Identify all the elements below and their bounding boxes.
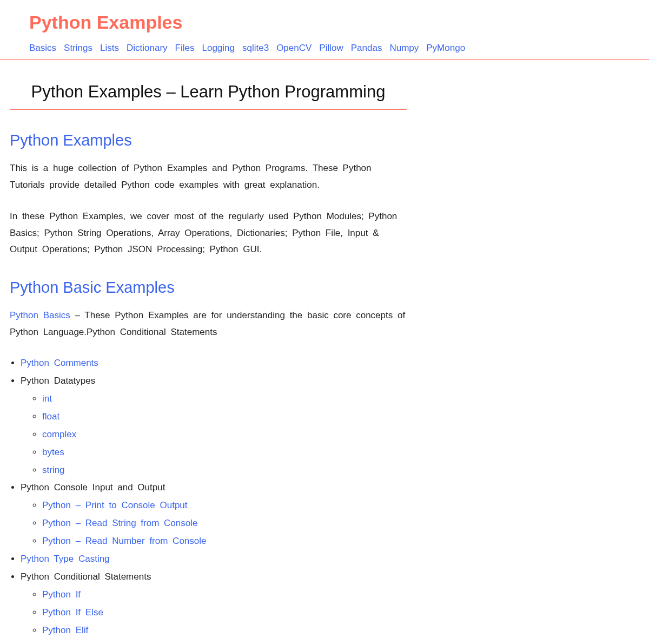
python-basics-link[interactable]: Python Basics xyxy=(10,310,70,320)
list-link[interactable]: Python Type Casting xyxy=(21,554,110,564)
header-separator xyxy=(0,59,649,60)
list-item: complex xyxy=(42,427,407,443)
list-link[interactable]: Python – Read Number from Console xyxy=(42,536,206,546)
main-content: Python Examples – Learn Python Programmi… xyxy=(0,82,416,644)
list-item: string xyxy=(42,463,407,478)
intro-paragraph-2: In these Python Examples, we cover most … xyxy=(10,208,407,258)
list-link[interactable]: Python Comments xyxy=(21,358,98,368)
nav-link-strings[interactable]: Strings xyxy=(64,43,92,54)
list-item: Python – Print to Console Output xyxy=(42,498,407,514)
list-label: Python Datatypes xyxy=(21,376,95,386)
list-item: Python Elif xyxy=(42,623,407,639)
list-item: Python Comments xyxy=(21,356,407,371)
nav-link-numpy[interactable]: Numpy xyxy=(389,43,419,54)
list-link[interactable]: Python Elif xyxy=(42,625,88,635)
basics-list: Python CommentsPython Datatypesintfloatc… xyxy=(10,356,407,644)
nav-link-pymongo[interactable]: PyMongo xyxy=(426,43,465,54)
list-link[interactable]: Python – Read String from Console xyxy=(42,518,197,528)
list-link[interactable]: Python If Else xyxy=(42,607,103,617)
nav-link-pandas[interactable]: Pandas xyxy=(351,43,382,54)
sub-list: Python IfPython If ElsePython ElifPython… xyxy=(21,587,407,644)
nav-link-basics[interactable]: Basics xyxy=(29,43,56,54)
section-heading-intro: Python Examples xyxy=(10,132,407,149)
nav-link-lists[interactable]: Lists xyxy=(100,43,119,54)
page-title-separator xyxy=(10,109,407,110)
sub-list: intfloatcomplexbytesstring xyxy=(21,391,407,478)
page-title: Python Examples – Learn Python Programmi… xyxy=(10,82,407,102)
basics-lead-paragraph: Python Basics – These Python Examples ar… xyxy=(10,307,407,340)
list-link[interactable]: string xyxy=(42,465,65,475)
list-link[interactable]: float xyxy=(42,411,59,422)
list-item: Python Conditional Statements xyxy=(21,569,407,585)
top-nav: BasicsStringsListsDictionaryFilesLogging… xyxy=(29,43,620,54)
list-item: Python Type Casting xyxy=(21,551,407,567)
nav-link-dictionary[interactable]: Dictionary xyxy=(127,43,168,54)
nav-link-logging[interactable]: Logging xyxy=(202,43,235,54)
list-item: float xyxy=(42,409,407,425)
nav-link-files[interactable]: Files xyxy=(175,43,195,54)
site-header: Python Examples BasicsStringsListsDictio… xyxy=(0,0,649,54)
list-link[interactable]: bytes xyxy=(42,447,64,457)
list-label: Python Conditional Statements xyxy=(21,571,151,582)
site-title: Python Examples xyxy=(29,12,620,33)
nav-link-sqlite3[interactable]: sqlite3 xyxy=(242,43,269,54)
list-item: Python – Read Number from Console xyxy=(42,534,407,549)
section-heading-basics: Python Basic Examples xyxy=(10,279,407,297)
list-item: Python Datatypes xyxy=(21,373,407,389)
list-item: Python If Else xyxy=(42,605,407,621)
list-link[interactable]: int xyxy=(42,393,52,404)
intro-paragraph-1: This is a huge collection of Python Exam… xyxy=(10,160,407,193)
list-link[interactable]: Python If xyxy=(42,589,81,600)
list-link[interactable]: Python – Print to Console Output xyxy=(42,500,188,510)
nav-link-opencv[interactable]: OpenCV xyxy=(276,43,312,54)
list-item: Python if and xyxy=(42,640,407,644)
list-item: Python – Read String from Console xyxy=(42,516,407,531)
list-item: Python Console Input and Output xyxy=(21,480,407,496)
list-label: Python Console Input and Output xyxy=(21,482,165,492)
list-item: bytes xyxy=(42,445,407,461)
list-link[interactable]: complex xyxy=(42,429,76,439)
nav-link-pillow[interactable]: Pillow xyxy=(319,43,343,54)
list-item: Python If xyxy=(42,587,407,603)
sub-list: Python – Print to Console OutputPython –… xyxy=(21,498,407,549)
list-item: int xyxy=(42,391,407,407)
